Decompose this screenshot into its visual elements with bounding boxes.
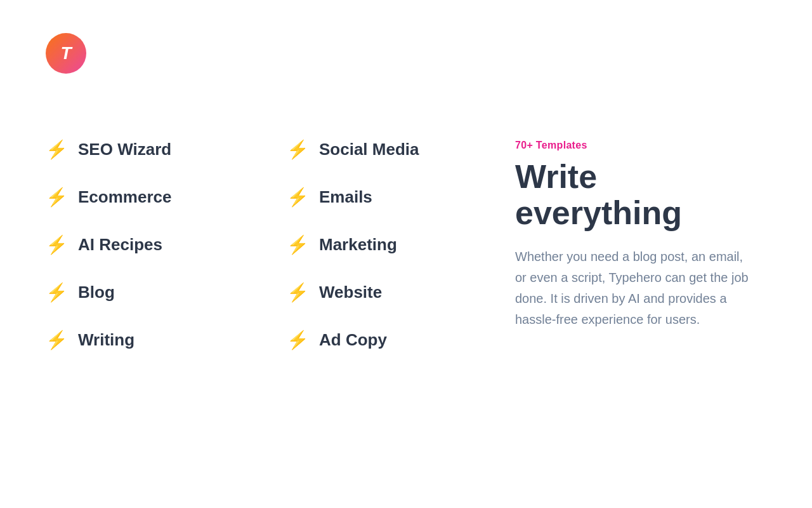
- write-heading: Write everything: [515, 159, 766, 231]
- logo-circle: T: [46, 33, 86, 74]
- feature-item-marketing[interactable]: ⚡Marketing: [287, 235, 452, 255]
- feature-label-social-media: Social Media: [319, 140, 419, 159]
- feature-item-writing[interactable]: ⚡Writing: [46, 330, 223, 350]
- lightning-icon: ⚡: [287, 284, 309, 302]
- feature-label-seo-wizard: SEO Wizard: [78, 140, 171, 159]
- feature-label-blog: Blog: [78, 283, 115, 302]
- feature-item-seo-wizard[interactable]: ⚡SEO Wizard: [46, 140, 223, 159]
- lightning-icon: ⚡: [287, 236, 309, 254]
- feature-item-blog[interactable]: ⚡Blog: [46, 283, 223, 302]
- feature-label-writing: Writing: [78, 330, 134, 350]
- lightning-icon: ⚡: [287, 189, 309, 206]
- description-text: Whether you need a blog post, an email, …: [515, 246, 756, 330]
- left-column: ⚡SEO Wizard⚡Ecommerce⚡AI Recipes⚡Blog⚡Wr…: [46, 140, 223, 350]
- feature-label-marketing: Marketing: [319, 235, 397, 255]
- templates-badge: 70+ Templates: [515, 140, 766, 151]
- feature-label-website: Website: [319, 283, 382, 302]
- feature-item-social-media[interactable]: ⚡Social Media: [287, 140, 452, 159]
- lightning-icon: ⚡: [46, 331, 68, 349]
- lightning-icon: ⚡: [46, 284, 68, 302]
- middle-column: ⚡Social Media⚡Emails⚡Marketing⚡Website⚡A…: [287, 140, 452, 350]
- feature-item-emails[interactable]: ⚡Emails: [287, 187, 452, 207]
- feature-item-ecommerce[interactable]: ⚡Ecommerce: [46, 187, 223, 207]
- lightning-icon: ⚡: [46, 141, 68, 159]
- logo-container[interactable]: T: [46, 33, 86, 74]
- lightning-icon: ⚡: [46, 236, 68, 254]
- page-wrapper: T ⚡SEO Wizard⚡Ecommerce⚡AI Recipes⚡Blog⚡…: [0, 0, 812, 508]
- logo-letter: T: [60, 43, 71, 64]
- feature-label-ecommerce: Ecommerce: [78, 187, 171, 207]
- lightning-icon: ⚡: [287, 331, 309, 349]
- main-content: ⚡SEO Wizard⚡Ecommerce⚡AI Recipes⚡Blog⚡Wr…: [46, 140, 766, 350]
- lightning-icon: ⚡: [46, 189, 68, 206]
- lightning-icon: ⚡: [287, 141, 309, 159]
- feature-item-ad-copy[interactable]: ⚡Ad Copy: [287, 330, 452, 350]
- feature-label-ad-copy: Ad Copy: [319, 330, 387, 350]
- feature-label-ai-recipes: AI Recipes: [78, 235, 162, 255]
- right-column: 70+ Templates Write everything Whether y…: [502, 140, 766, 330]
- feature-item-website[interactable]: ⚡Website: [287, 283, 452, 302]
- feature-label-emails: Emails: [319, 187, 372, 207]
- feature-item-ai-recipes[interactable]: ⚡AI Recipes: [46, 235, 223, 255]
